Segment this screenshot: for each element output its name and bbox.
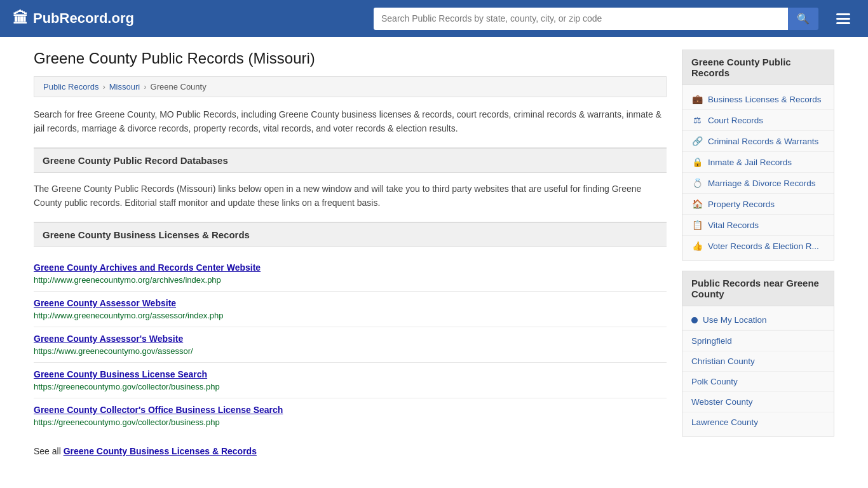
search-input[interactable]: [374, 8, 788, 30]
sidebar-label-vital: Vital Records: [708, 220, 759, 230]
databases-section-header: Greene County Public Record Databases: [34, 147, 667, 173]
sidebar-item-voter: 👍 Voter Records & Election R...: [682, 236, 834, 256]
record-link-1[interactable]: Greene County Archives and Records Cente…: [34, 262, 667, 273]
sidebar-link-inmate[interactable]: 🔒 Inmate & Jail Records: [682, 152, 834, 172]
hamburger-icon: [836, 13, 850, 24]
sidebar-nearby-lawrence: Lawrence County: [682, 412, 834, 432]
breadcrumb-public-records[interactable]: Public Records: [43, 82, 98, 92]
sidebar-label-court: Court Records: [708, 116, 763, 125]
sidebar-link-voter[interactable]: 👍 Voter Records & Election R...: [682, 236, 834, 256]
record-item-1: Greene County Archives and Records Cente…: [34, 256, 667, 292]
sidebar-link-court[interactable]: ⚖ Court Records: [682, 110, 834, 130]
search-container: 🔍: [374, 8, 818, 30]
breadcrumb-sep-1: ›: [102, 82, 105, 92]
record-url-1: http://www.greenecountymo.org/archives/i…: [34, 275, 221, 285]
record-link-3[interactable]: Greene County Assessor's Website: [34, 334, 667, 344]
nearby-link-webster[interactable]: Webster County: [682, 392, 834, 412]
sidebar-nearby-title: Public Records near Greene County: [682, 271, 834, 306]
sidebar-label-property: Property Records: [708, 200, 775, 209]
breadcrumb-sep-2: ›: [144, 82, 146, 92]
clipboard-icon: 📋: [691, 220, 703, 230]
see-all-text: See all: [34, 446, 64, 456]
sidebar-nearby-list: Use My Location Springfield Christian Co…: [682, 306, 834, 436]
logo-text: PubRecord.org: [33, 10, 134, 27]
sidebar-item-business: 💼 Business Licenses & Records: [682, 89, 834, 110]
site-logo[interactable]: 🏛 PubRecord.org: [13, 10, 134, 27]
sidebar-item-criminal: 🔗 Criminal Records & Warrants: [682, 131, 834, 152]
page-description: Search for free Greene County, MO Public…: [34, 107, 667, 136]
briefcase-icon: 💼: [691, 94, 703, 104]
see-all-link[interactable]: Greene County Business Licenses & Record…: [64, 446, 257, 456]
see-all-container: See all Greene County Business Licenses …: [34, 440, 667, 456]
sidebar-link-property[interactable]: 🏠 Property Records: [682, 194, 834, 214]
record-link-5[interactable]: Greene County Collector's Office Busines…: [34, 405, 667, 415]
location-dot-icon: [691, 317, 698, 323]
main-content: Greene County Public Records (Missouri) …: [34, 50, 667, 456]
record-item-2: Greene County Assessor Website http://ww…: [34, 292, 667, 327]
record-link-2[interactable]: Greene County Assessor Website: [34, 298, 667, 308]
sidebar-label-voter: Voter Records & Election R...: [708, 241, 819, 251]
record-item-3: Greene County Assessor's Website https:/…: [34, 327, 667, 363]
sidebar-label-marriage: Marriage & Divorce Records: [708, 179, 816, 188]
business-section-header: Greene County Business Licenses & Record…: [34, 222, 667, 247]
handcuffs-icon: 🔗: [691, 136, 703, 146]
sidebar-item-court: ⚖ Court Records: [682, 110, 834, 131]
sidebar-public-records-list: 💼 Business Licenses & Records ⚖ Court Re…: [682, 85, 834, 260]
sidebar-nearby-christian: Christian County: [682, 351, 834, 372]
sidebar-nearby-springfield: Springfield: [682, 331, 834, 351]
sidebar-nearby-polk: Polk County: [682, 372, 834, 392]
sidebar-public-records-box: Greene County Public Records 💼 Business …: [682, 50, 834, 261]
use-location-link[interactable]: Use My Location: [682, 310, 834, 330]
sidebar-item-marriage: 💍 Marriage & Divorce Records: [682, 173, 834, 194]
sidebar-public-records-title: Greene County Public Records: [682, 50, 834, 85]
sidebar-label-criminal: Criminal Records & Warrants: [708, 137, 818, 146]
breadcrumb-greene-county: Greene County: [151, 82, 207, 92]
sidebar-link-vital[interactable]: 📋 Vital Records: [682, 215, 834, 235]
house-icon: 🏠: [691, 199, 703, 209]
logo-icon: 🏛: [13, 10, 28, 27]
sidebar-link-marriage[interactable]: 💍 Marriage & Divorce Records: [682, 173, 834, 193]
sidebar-label-business: Business Licenses & Records: [708, 95, 822, 104]
sidebar-item-property: 🏠 Property Records: [682, 194, 834, 215]
record-url-2: http://www.greenecountymo.org/assessor/i…: [34, 311, 223, 320]
thumbsup-icon: 👍: [691, 241, 703, 251]
sidebar: Greene County Public Records 💼 Business …: [682, 50, 834, 456]
record-url-3: https://www.greenecountymo.gov/assessor/: [34, 346, 193, 356]
record-url-4: https://greenecountymo.gov/collector/bus…: [34, 382, 220, 391]
page-container: Greene County Public Records (Missouri) …: [21, 37, 847, 469]
sidebar-link-business[interactable]: 💼 Business Licenses & Records: [682, 89, 834, 109]
nearby-link-christian[interactable]: Christian County: [682, 351, 834, 371]
nearby-link-polk[interactable]: Polk County: [682, 372, 834, 391]
databases-description: The Greene County Public Records (Missou…: [34, 182, 667, 210]
site-header: 🏛 PubRecord.org 🔍: [0, 0, 868, 37]
sidebar-item-vital: 📋 Vital Records: [682, 215, 834, 236]
use-location-label: Use My Location: [703, 315, 767, 325]
nearby-label-springfield: Springfield: [691, 336, 732, 346]
sidebar-item-inmate: 🔒 Inmate & Jail Records: [682, 152, 834, 173]
record-list: Greene County Archives and Records Cente…: [34, 256, 667, 433]
record-item-4: Greene County Business License Search ht…: [34, 363, 667, 398]
ring-icon: 💍: [691, 178, 703, 188]
menu-button[interactable]: [831, 11, 855, 27]
nearby-label-lawrence: Lawrence County: [691, 417, 758, 427]
sidebar-link-criminal[interactable]: 🔗 Criminal Records & Warrants: [682, 131, 834, 151]
sidebar-use-location-item: Use My Location: [682, 310, 834, 331]
sidebar-nearby-box: Public Records near Greene County Use My…: [682, 271, 834, 437]
nearby-label-polk: Polk County: [691, 377, 738, 386]
page-title: Greene County Public Records (Missouri): [34, 50, 667, 67]
nearby-link-springfield[interactable]: Springfield: [682, 331, 834, 351]
nearby-link-lawrence[interactable]: Lawrence County: [682, 412, 834, 432]
record-url-5: https://greenecountymo.gov/collector/bus…: [34, 417, 220, 427]
breadcrumb: Public Records › Missouri › Greene Count…: [34, 76, 667, 97]
nearby-label-christian: Christian County: [691, 356, 755, 366]
lock-icon: 🔒: [691, 157, 703, 167]
record-link-4[interactable]: Greene County Business License Search: [34, 369, 667, 379]
breadcrumb-missouri[interactable]: Missouri: [109, 82, 140, 92]
sidebar-label-inmate: Inmate & Jail Records: [708, 158, 792, 167]
scales-icon: ⚖: [691, 115, 703, 125]
sidebar-nearby-webster: Webster County: [682, 392, 834, 412]
nearby-label-webster: Webster County: [691, 397, 753, 407]
search-button[interactable]: 🔍: [788, 8, 818, 30]
record-item-5: Greene County Collector's Office Busines…: [34, 398, 667, 433]
